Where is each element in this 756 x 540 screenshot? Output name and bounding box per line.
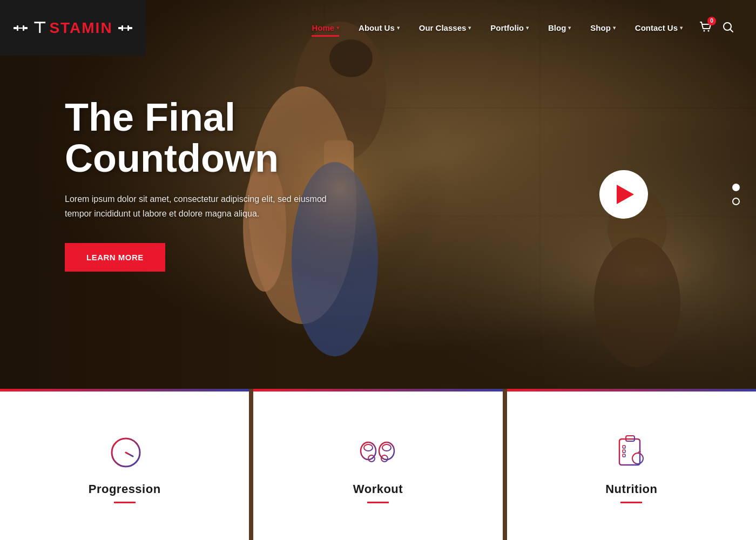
card-progression-underline [114, 502, 136, 503]
chevron-down-icon: ▾ [526, 25, 529, 31]
svg-line-13 [730, 29, 733, 32]
nav-blog[interactable]: Blog ▾ [541, 18, 578, 38]
svg-point-11 [708, 30, 710, 31]
nav-classes[interactable]: Our Classes ▾ [411, 18, 479, 38]
feature-cards: Progression [0, 389, 756, 540]
hero-description: Lorem ipsum dolor sit amet, consectetur … [65, 192, 329, 221]
slider-dots [732, 184, 740, 205]
card-gap-2 [503, 389, 507, 540]
chevron-down-icon: ▾ [468, 25, 471, 31]
nav-shop[interactable]: Shop ▾ [583, 18, 623, 38]
svg-rect-5 [118, 27, 122, 29]
progression-icon [103, 428, 146, 471]
card-nutrition: Nutrition [507, 389, 756, 540]
learn-more-button[interactable]: Learn More [65, 243, 165, 272]
nav-about[interactable]: About Us ▾ [351, 18, 407, 38]
slider-dot-2[interactable] [732, 198, 740, 205]
svg-point-51 [632, 453, 643, 464]
card-progression: Progression [0, 389, 249, 540]
hero-section: The Final Countdown Lorem ipsum dolor si… [0, 0, 756, 389]
svg-rect-4 [18, 28, 23, 29]
svg-rect-8 [129, 27, 132, 29]
card-gap-1 [249, 389, 253, 540]
svg-point-42 [382, 444, 391, 451]
svg-rect-53 [623, 450, 625, 453]
chevron-down-icon: ▾ [568, 25, 571, 31]
card-nutrition-underline [620, 502, 642, 503]
svg-rect-9 [123, 28, 127, 29]
chevron-down-icon: ▾ [613, 25, 616, 31]
svg-point-10 [704, 30, 705, 31]
slider-dot-1[interactable] [732, 184, 740, 191]
nav-contact[interactable]: Contact Us ▾ [627, 18, 690, 38]
nav-portfolio[interactable]: Portfolio ▾ [483, 18, 536, 38]
svg-rect-3 [24, 27, 28, 29]
main-nav: Home ▾ About Us ▾ Our Classes ▾ Portfoli… [146, 18, 756, 38]
card-progression-title: Progression [89, 482, 161, 496]
logo-block[interactable]: ⊤ STAMIN [0, 0, 146, 56]
play-button[interactable] [599, 170, 648, 219]
hero-title: The Final Countdown [65, 97, 329, 179]
svg-rect-54 [623, 454, 625, 457]
cart-count: 0 [707, 17, 716, 25]
card-nutrition-title: Nutrition [605, 482, 657, 496]
header: ⊤ STAMIN Home ▾ About Us ▾ Our Classes ▾… [0, 0, 756, 56]
search-button[interactable] [721, 21, 734, 36]
play-icon [617, 185, 634, 204]
nutrition-icon [610, 428, 653, 471]
svg-rect-52 [623, 446, 625, 448]
nav-icons: 0 [699, 20, 734, 36]
card-workout: Workout [253, 389, 502, 540]
svg-line-33 [126, 453, 133, 456]
card-workout-title: Workout [353, 482, 403, 496]
svg-rect-1 [17, 25, 18, 31]
svg-rect-7 [127, 25, 129, 31]
logo: ⊤ STAMIN [12, 19, 133, 37]
svg-point-40 [364, 444, 373, 451]
chevron-down-icon: ▾ [336, 25, 339, 31]
svg-rect-2 [23, 25, 24, 31]
svg-rect-0 [14, 27, 17, 29]
hero-content: The Final Countdown Lorem ipsum dolor si… [65, 97, 329, 272]
chevron-down-icon: ▾ [680, 25, 683, 31]
cart-button[interactable]: 0 [699, 20, 713, 36]
svg-rect-6 [122, 25, 123, 31]
card-workout-underline [367, 502, 389, 503]
nav-home[interactable]: Home ▾ [304, 18, 347, 38]
workout-icon [356, 428, 400, 471]
brand-name: STAMIN [49, 19, 112, 37]
chevron-down-icon: ▾ [397, 25, 400, 31]
